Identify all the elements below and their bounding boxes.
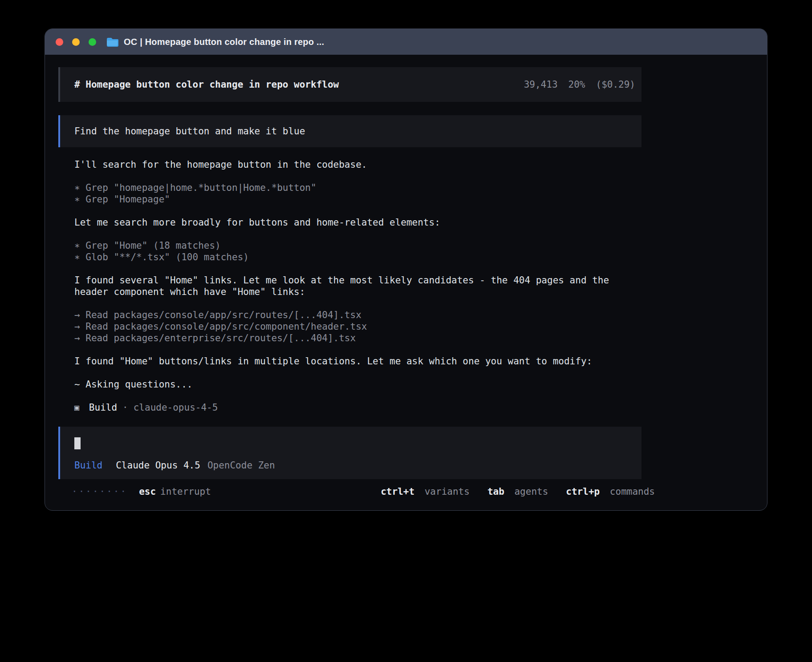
- status-asking-questions: ~ Asking questions...: [74, 379, 640, 390]
- spinner-dots: ········: [72, 486, 127, 497]
- titlebar-title-group: OC | Homepage button color change in rep…: [106, 37, 324, 47]
- transcript: I'll search for the homepage button in t…: [74, 159, 640, 413]
- token-count: 39,413: [524, 79, 558, 90]
- esc-key-hint: esc: [139, 486, 156, 497]
- tool-call-search-group: ∗ Grep "Home" (18 matches) ∗ Glob "**/*.…: [74, 240, 640, 263]
- agent-separator: ·: [122, 402, 128, 413]
- assistant-message: Let me search more broadly for buttons a…: [74, 217, 640, 228]
- user-message: Find the homepage button and make it blu…: [58, 115, 641, 147]
- window-titlebar[interactable]: OC | Homepage button color change in rep…: [45, 29, 767, 55]
- traffic-lights: [56, 38, 96, 46]
- minimize-button[interactable]: [72, 38, 80, 46]
- user-message-text: Find the homepage button and make it blu…: [74, 126, 305, 137]
- variants-label: variants: [425, 486, 470, 497]
- agent-name: Build: [89, 402, 117, 413]
- agents-label: agents: [514, 486, 548, 497]
- close-button[interactable]: [56, 38, 63, 46]
- session-header: # Homepage button color change in repo w…: [58, 67, 641, 102]
- tool-call-read-group: → Read packages/console/app/src/routes/[…: [74, 309, 640, 344]
- prompt-input[interactable]: Build Claude Opus 4.5 OpenCode Zen: [58, 427, 641, 479]
- session-stats: 39,413 20% ($0.29): [513, 79, 635, 90]
- input-meta-row: Build Claude Opus 4.5 OpenCode Zen: [74, 460, 627, 471]
- status-bar-left: ········ esc interrupt: [72, 486, 211, 497]
- ctrl-p-key: ctrl+p: [566, 486, 600, 497]
- hint-variants: ctrl+t variants: [381, 486, 470, 497]
- window-title: OC | Homepage button color change in rep…: [124, 37, 324, 47]
- folder-icon: [106, 37, 118, 47]
- assistant-message: I found several "Home" links. Let me loo…: [74, 274, 640, 298]
- model-label[interactable]: Claude Opus 4.5: [116, 460, 200, 471]
- hint-commands: ctrl+p commands: [566, 486, 655, 497]
- status-bar-right: ctrl+t variants tab agents ctrl+p comman…: [363, 486, 655, 497]
- commands-label: commands: [610, 486, 655, 497]
- text-cursor: [74, 437, 81, 449]
- agent-mode-label[interactable]: Build: [74, 460, 102, 471]
- session-cost: ($0.29): [596, 79, 635, 90]
- tab-key: tab: [487, 486, 504, 497]
- agent-status: ▣ Build · claude-opus-4-5: [74, 402, 640, 413]
- assistant-message: I found "Home" buttons/links in multiple…: [74, 355, 640, 367]
- zoom-button[interactable]: [89, 38, 96, 46]
- build-agent-icon: ▣: [74, 402, 79, 413]
- terminal-content: # Homepage button color change in repo w…: [45, 55, 767, 497]
- provider-label: OpenCode Zen: [207, 460, 275, 471]
- agent-model: claude-opus-4-5: [134, 402, 218, 413]
- tool-call-grep-group: ∗ Grep "homepage|home.*button|Home.*butt…: [74, 182, 640, 205]
- session-title: # Homepage button color change in repo w…: [74, 79, 339, 90]
- assistant-message: I'll search for the homepage button in t…: [74, 159, 640, 170]
- status-bar: ········ esc interrupt ctrl+t variants t…: [72, 486, 655, 497]
- ctrl-t-key: ctrl+t: [381, 486, 414, 497]
- esc-key-label: interrupt: [160, 486, 211, 497]
- context-percent: 20%: [568, 79, 585, 90]
- hint-agents: tab agents: [487, 486, 548, 497]
- terminal-window: OC | Homepage button color change in rep…: [45, 28, 767, 511]
